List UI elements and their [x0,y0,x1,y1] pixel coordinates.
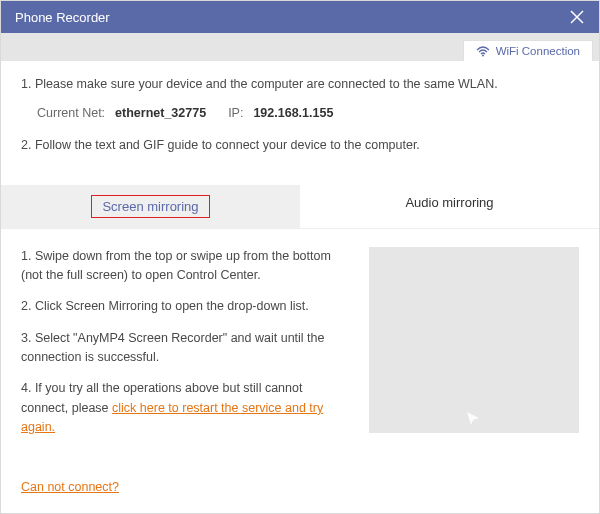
wifi-tab-label: WiFi Connection [496,45,580,57]
current-net-label: Current Net: [37,106,105,120]
cursor-icon [465,410,483,429]
instructions-panel: 1. Please make sure your device and the … [1,61,599,167]
svg-point-2 [482,54,484,56]
titlebar: Phone Recorder [1,1,599,33]
wifi-icon [476,46,490,57]
instruction-1: 1. Please make sure your device and the … [21,75,579,94]
cannot-connect-link[interactable]: Can not connect? [21,480,119,494]
step-2: 2. Click Screen Mirroring to open the dr… [21,297,351,316]
close-icon [570,10,584,24]
current-net-value: ethernet_32775 [115,106,206,120]
guide-body: 1. Swipe down from the top or swipe up f… [1,229,599,450]
tab-audio-mirroring[interactable]: Audio mirroring [300,185,599,228]
step-3: 3. Select "AnyMP4 Screen Recorder" and w… [21,329,351,368]
mirroring-tabs: Screen mirroring Audio mirroring [1,185,599,229]
wifi-connection-tab[interactable]: WiFi Connection [463,40,593,61]
tab-screen-label: Screen mirroring [91,195,209,218]
steps-list: 1. Swipe down from the top or swipe up f… [21,247,351,450]
tab-screen-mirroring[interactable]: Screen mirroring [1,185,300,228]
gif-preview [369,247,579,433]
network-info: Current Net: ethernet_32775 IP: 192.168.… [37,106,579,120]
ip-label: IP: [228,106,243,120]
footer: Can not connect? [1,477,599,513]
step-4: 4. If you try all the operations above b… [21,379,351,437]
connection-toolbar: WiFi Connection [1,33,599,61]
close-button[interactable] [565,5,589,29]
window-title: Phone Recorder [15,10,110,25]
tab-audio-label: Audio mirroring [405,195,493,210]
instruction-2: 2. Follow the text and GIF guide to conn… [21,136,579,155]
step-1: 1. Swipe down from the top or swipe up f… [21,247,351,286]
ip-value: 192.168.1.155 [253,106,333,120]
phone-recorder-window: Phone Recorder WiFi Connection 1. Please… [0,0,600,514]
